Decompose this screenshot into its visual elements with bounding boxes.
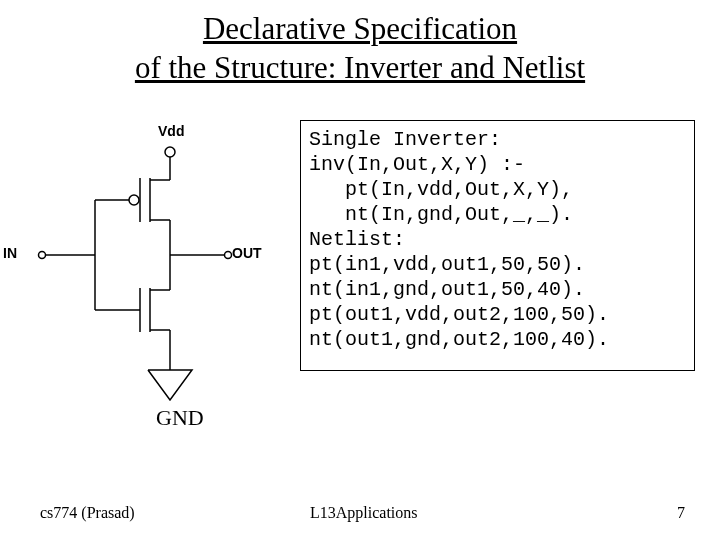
circuit-diagram: Vdd IN OUT GND [0,120,300,460]
code-line: pt(out1,vdd,out2,100,50). [309,303,609,326]
footer-left: cs774 (Prasad) [40,504,135,522]
content-row: Vdd IN OUT GND [0,120,720,460]
code-line: pt(In,vdd,Out,X,Y), [309,178,573,201]
footer-page-number: 7 [677,504,685,522]
code-line: nt(in1,gnd,out1,50,40). [309,278,585,301]
svg-point-0 [165,147,175,157]
code-line: pt(in1,vdd,out1,50,50). [309,253,585,276]
footer-center: L13Applications [310,504,418,522]
code-line: inv(In,Out,X,Y) :- [309,153,525,176]
svg-point-19 [39,252,46,259]
inverter-schematic-icon [10,120,290,420]
code-line: nt(In,gnd,Out,_,_). [309,203,573,226]
svg-point-10 [225,252,232,259]
code-line: nt(out1,gnd,out2,100,40). [309,328,609,351]
code-listing: Single Inverter: inv(In,Out,X,Y) :- pt(I… [300,120,695,371]
code-line: Netlist: [309,228,405,251]
slide-title: Declarative Specification of the Structu… [0,0,720,88]
title-line-1: Declarative Specification [203,11,517,46]
svg-point-6 [129,195,139,205]
code-line: Single Inverter: [309,128,501,151]
title-line-2: of the Structure: Inverter and Netlist [135,50,585,85]
